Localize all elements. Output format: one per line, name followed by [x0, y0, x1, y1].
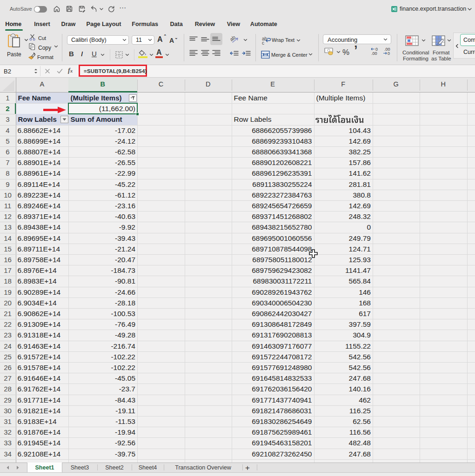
svg-text:c: c: [262, 40, 264, 45]
svg-text:0: 0: [388, 51, 390, 55]
svg-text:.00: .00: [371, 51, 377, 55]
